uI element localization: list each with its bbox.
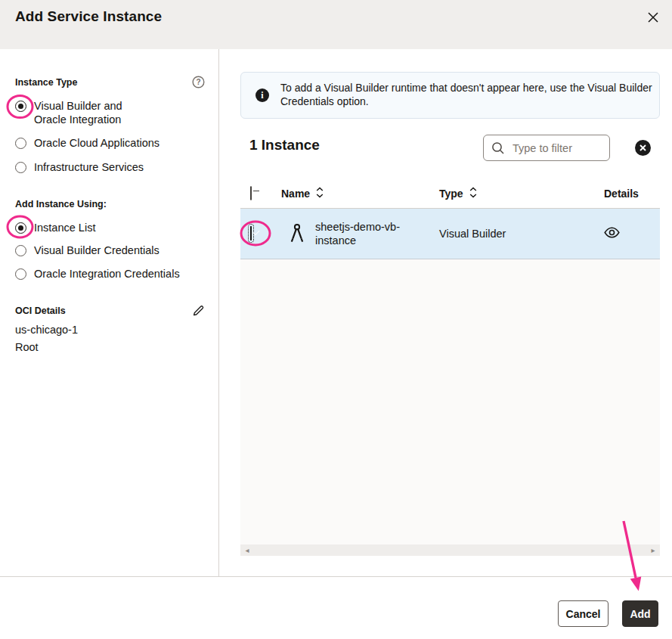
svg-text:?: ? — [196, 78, 200, 86]
compass-icon — [288, 223, 306, 244]
select-all-checkbox[interactable] — [250, 186, 252, 200]
column-header-name: Name — [281, 188, 310, 200]
radio-visual-builder-credentials[interactable]: Visual Builder Credentials — [15, 244, 200, 258]
add-service-instance-dialog: Add Service Instance Instance Type ? Vis… — [0, 0, 672, 639]
oci-region-value: us-chicago-1 — [15, 324, 200, 336]
radio-button[interactable] — [15, 162, 26, 173]
sort-icon[interactable] — [316, 187, 324, 200]
oci-details-label: OCI Details — [15, 306, 200, 316]
sidebar: Instance Type ? Visual Builder and Oracl… — [0, 49, 219, 576]
radio-visual-builder-and-oracle-integration[interactable]: Visual Builder and Oracle Integration — [15, 100, 151, 126]
scroll-right-icon[interactable]: ▸ — [648, 544, 658, 556]
add-button[interactable]: Add — [622, 600, 658, 627]
table-header-row: Name Type — [240, 178, 660, 209]
sort-icon[interactable] — [469, 187, 477, 200]
radio-button[interactable] — [15, 138, 26, 149]
column-header-type: Type — [439, 188, 463, 200]
instance-name: sheetjs-demo-vb-instance — [315, 220, 410, 247]
close-button[interactable] — [644, 9, 662, 27]
pencil-icon — [192, 304, 205, 317]
instance-type-label: Instance Type ? — [15, 77, 200, 88]
search-icon — [491, 141, 505, 155]
table-empty-area — [240, 259, 660, 544]
dialog-title: Add Service Instance — [15, 8, 162, 25]
add-instance-using-label: Add Instance Using: — [15, 199, 200, 209]
instance-count-heading: 1 Instance — [249, 137, 320, 154]
info-icon: i — [255, 88, 269, 102]
oci-compartment-value: Root — [15, 341, 200, 353]
radio-button[interactable] — [15, 245, 26, 256]
filter-input[interactable] — [511, 141, 602, 155]
details-button[interactable] — [604, 227, 620, 240]
radio-button[interactable] — [15, 101, 26, 112]
row-checkbox[interactable] — [250, 226, 252, 240]
info-banner-text: To add a Visual Builder runtime that doe… — [280, 81, 658, 108]
column-header-details: Details — [604, 188, 639, 200]
scroll-left-icon[interactable]: ◂ — [242, 544, 252, 556]
radio-label: Oracle Integration Credentials — [34, 268, 180, 281]
help-icon[interactable]: ? — [192, 76, 205, 91]
info-banner: i To add a Visual Builder runtime that d… — [240, 72, 660, 119]
radio-infrastructure-services[interactable]: Infrastructure Services — [15, 161, 200, 175]
instance-type-label-text: Instance Type — [15, 77, 77, 88]
clear-filter-button[interactable] — [635, 140, 651, 156]
edit-oci-details-button[interactable] — [192, 304, 205, 319]
radio-label: Instance List — [34, 222, 95, 235]
instance-table: Name Type — [240, 178, 660, 556]
main-panel: i To add a Visual Builder runtime that d… — [220, 49, 672, 576]
cancel-button[interactable]: Cancel — [558, 600, 609, 627]
radio-button[interactable] — [15, 268, 26, 280]
radio-label: Visual Builder and Oracle Integration — [34, 100, 151, 126]
radio-oracle-cloud-applications[interactable]: Oracle Cloud Applications — [15, 137, 200, 150]
table-row[interactable]: sheetjs-demo-vb-instance Visual Builder — [240, 209, 660, 259]
eye-icon — [604, 227, 620, 238]
table-toolbar: 1 Instance — [240, 135, 660, 161]
radio-label: Oracle Cloud Applications — [34, 137, 159, 150]
filter-box[interactable] — [483, 135, 610, 161]
radio-instance-list[interactable]: Instance List — [15, 222, 200, 235]
radio-button[interactable] — [15, 222, 26, 234]
dialog-footer: Cancel Add — [0, 576, 672, 639]
dialog-header: Add Service Instance — [0, 0, 672, 49]
radio-oracle-integration-credentials[interactable]: Oracle Integration Credentials — [15, 268, 200, 281]
instance-type-value: Visual Builder — [439, 228, 506, 240]
close-icon — [646, 11, 660, 24]
oci-details-label-text: OCI Details — [15, 306, 66, 316]
radio-label: Visual Builder Credentials — [34, 244, 159, 258]
radio-label: Infrastructure Services — [34, 161, 144, 175]
horizontal-scrollbar[interactable]: ◂ ▸ — [240, 544, 660, 556]
clear-x-icon — [639, 144, 646, 151]
